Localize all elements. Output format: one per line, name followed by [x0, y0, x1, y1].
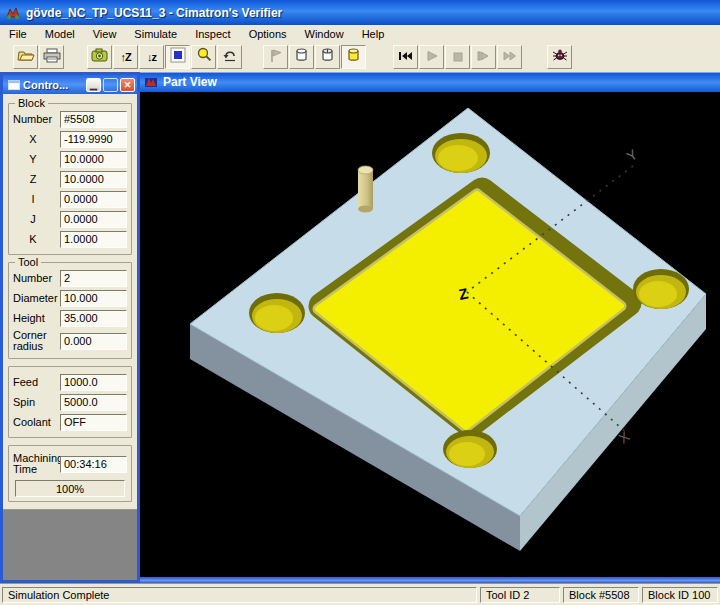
control-window-title: Contro...: [23, 79, 84, 91]
progress-value: 100%: [56, 483, 84, 495]
menu-view[interactable]: View: [84, 27, 126, 41]
open-button[interactable]: [13, 45, 38, 69]
menu-options[interactable]: Options: [240, 27, 296, 41]
spin-field[interactable]: 5000.0: [60, 394, 127, 411]
feed-label: Feed: [13, 377, 60, 388]
menu-file[interactable]: File: [0, 27, 36, 41]
bug-icon: [552, 48, 568, 66]
flag-button[interactable]: [263, 45, 288, 69]
zoom-button[interactable]: [191, 45, 216, 69]
menu-help[interactable]: Help: [353, 27, 394, 41]
fast-forward-button[interactable]: [497, 45, 522, 69]
block-x-label: X: [13, 134, 60, 145]
tool-group: Tool Number 2 Diameter 10.000 Height 35.…: [8, 262, 132, 359]
tool-cylinder: [358, 166, 373, 213]
corner-hole-top: [432, 133, 490, 173]
app-icon: [5, 5, 21, 21]
block-x-field[interactable]: -119.9990: [60, 131, 127, 148]
cylinder-outline-icon: [295, 47, 308, 67]
block-z-field[interactable]: 10.0000: [60, 171, 127, 188]
application-window: gövde_NC_TP_UCS11_3 - Cimatron's Verifie…: [0, 0, 720, 605]
corner-hole-right: [633, 269, 689, 309]
print-button[interactable]: [39, 45, 64, 69]
tool-number-field[interactable]: 2: [60, 270, 127, 287]
machining-time-field[interactable]: 00:34:16: [60, 456, 127, 473]
block-z-label: Z: [13, 174, 60, 185]
control-window-filler: [3, 510, 137, 580]
target-cylinder-button[interactable]: [315, 45, 340, 69]
status-message: Simulation Complete: [2, 587, 477, 603]
part-view-title-bar[interactable]: Part View: [140, 72, 720, 92]
machining-time-row: Machining Time 00:34:16: [13, 453, 127, 475]
tool-height-field[interactable]: 35.000: [60, 310, 127, 327]
menu-model[interactable]: Model: [36, 27, 84, 41]
shaded-view-button[interactable]: [165, 45, 190, 69]
undo-button[interactable]: [217, 45, 242, 69]
active-stock-button[interactable]: [341, 45, 366, 69]
block-k-row: K 1.0000: [13, 231, 127, 248]
tool-group-caption: Tool: [15, 256, 41, 268]
snapshot-button[interactable]: [87, 45, 112, 69]
tool-diameter-row: Diameter 10.000: [13, 290, 127, 307]
status-bar: Simulation Complete Tool ID 2 Block #550…: [0, 583, 720, 605]
play-button[interactable]: [419, 45, 444, 69]
tool-height-row: Height 35.000: [13, 310, 127, 327]
toolbar: ↑Z ↓z: [0, 42, 720, 73]
debug-bug-button[interactable]: [547, 45, 572, 69]
cylinder-outline-alt-icon: [321, 47, 334, 67]
z-down-button[interactable]: ↓z: [139, 45, 164, 69]
yellow-cylinder-icon: [347, 47, 360, 67]
z-up-button[interactable]: ↑Z: [113, 45, 138, 69]
block-y-field[interactable]: 10.0000: [60, 151, 127, 168]
block-j-field[interactable]: 0.0000: [60, 211, 127, 228]
magnifier-icon: [196, 47, 212, 67]
time-group: Machining Time 00:34:16 100%: [8, 445, 132, 502]
play-icon: [426, 48, 438, 66]
status-block-number: Block #5508: [563, 587, 639, 603]
menu-simulate[interactable]: Simulate: [125, 27, 186, 41]
control-close-button[interactable]: ✕: [120, 78, 135, 92]
block-i-label: I: [13, 194, 60, 205]
block-number-label: Number: [13, 114, 60, 125]
block-y-row: Y 10.0000: [13, 151, 127, 168]
tool-corner-radius-field[interactable]: 0.000: [60, 333, 127, 350]
3d-viewport[interactable]: Z Y X: [140, 92, 720, 577]
stop-button[interactable]: [445, 45, 470, 69]
coolant-label: Coolant: [13, 417, 60, 428]
block-group-caption: Block: [15, 97, 48, 109]
menu-inspect[interactable]: Inspect: [186, 27, 239, 41]
3d-scene: Z Y X: [140, 92, 720, 573]
block-x-row: X -119.9990: [13, 131, 127, 148]
feed-field[interactable]: 1000.0: [60, 374, 127, 391]
menu-bar: File Model View Simulate Inspect Options…: [0, 25, 720, 43]
corner-hole-bottom: [443, 430, 497, 468]
control-maximize-button[interactable]: □: [103, 78, 118, 92]
spin-row: Spin 5000.0: [13, 394, 127, 411]
control-window: Contro... ▁ □ ✕ Block Number #5508 X -11…: [0, 72, 140, 583]
title-bar[interactable]: gövde_NC_TP_UCS11_3 - Cimatron's Verifie…: [0, 0, 720, 25]
control-form: Block Number #5508 X -119.9990 Y 10.0000…: [3, 94, 137, 510]
control-minimize-button[interactable]: ▁: [86, 78, 101, 92]
rewind-button[interactable]: [393, 45, 418, 69]
tool-number-row: Number 2: [13, 270, 127, 287]
coolant-field[interactable]: OFF: [60, 414, 127, 431]
tool-height-label: Height: [13, 313, 60, 324]
block-i-field[interactable]: 0.0000: [60, 191, 127, 208]
fast-forward-icon: [503, 48, 517, 66]
block-number-field[interactable]: #5508: [60, 111, 127, 128]
tool-diameter-label: Diameter: [13, 293, 60, 304]
spin-label: Spin: [13, 397, 60, 408]
stock-cylinder-button[interactable]: [289, 45, 314, 69]
block-k-field[interactable]: 1.0000: [60, 231, 127, 248]
part-view-icon: [144, 76, 158, 88]
status-tool-id: Tool ID 2: [480, 587, 560, 603]
menu-window[interactable]: Window: [296, 27, 353, 41]
part-view-window: Part View: [140, 72, 720, 583]
step-forward-button[interactable]: [471, 45, 496, 69]
tool-number-label: Number: [13, 273, 60, 284]
tool-diameter-field[interactable]: 10.000: [60, 290, 127, 307]
blue-square-icon: [170, 47, 186, 67]
control-title-bar[interactable]: Contro... ▁ □ ✕: [3, 75, 137, 94]
block-k-label: K: [13, 234, 60, 245]
printer-icon: [43, 48, 61, 67]
